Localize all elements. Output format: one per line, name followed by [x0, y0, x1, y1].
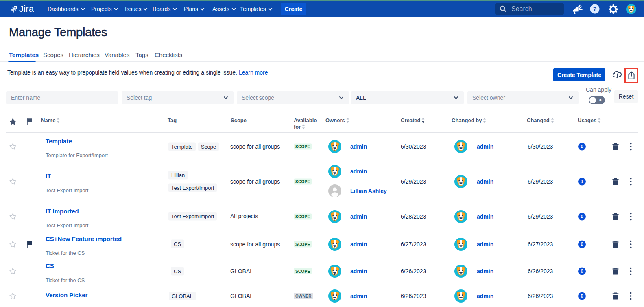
svg-text:?: ?	[593, 5, 596, 12]
